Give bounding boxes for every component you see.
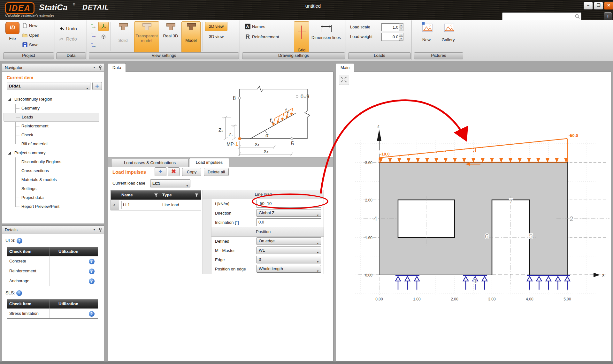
collapse-triangle-icon[interactable] <box>8 98 11 101</box>
isometric-axes-button[interactable] <box>98 22 109 31</box>
names-toggle[interactable]: A Names <box>245 24 265 29</box>
tree-item-reinforcement[interactable]: Reinforcement <box>4 122 103 131</box>
column-check-item[interactable]: Check item <box>7 300 50 308</box>
tab-load-cases-combinations[interactable]: Load cases & Combinations <box>111 159 188 167</box>
grid-toggle[interactable]: Grid <box>294 21 309 54</box>
column-utilization[interactable]: Utilization <box>56 300 84 308</box>
real-3d-button[interactable]: Real 3D <box>160 21 181 53</box>
delete-all-button[interactable]: Delete all <box>204 168 229 176</box>
solid-view-button[interactable]: Solid <box>113 21 133 53</box>
impulse-name-cell[interactable]: LL1 <box>121 201 157 209</box>
table-row[interactable]: Anchorage ? <box>7 276 98 286</box>
help-icon[interactable]: ? <box>89 311 95 317</box>
reinforcement-toggle[interactable]: R Reinforcement <box>245 33 279 40</box>
tree-item-cross-sections[interactable]: Cross-sections <box>4 166 103 175</box>
help-icon[interactable]: ? <box>16 290 22 296</box>
load-scale-stepper[interactable]: ▲▼ <box>399 23 403 31</box>
tree-item-project-summary[interactable]: Project summary <box>4 148 103 157</box>
pin-icon[interactable] <box>99 65 102 70</box>
search-input[interactable] <box>504 13 574 20</box>
tab-main[interactable]: Main <box>336 63 354 72</box>
structure-view[interactable]: x z -10.0 <box>336 72 611 361</box>
help-icon[interactable]: ? <box>89 269 95 274</box>
help-icon[interactable]: ? <box>89 278 95 284</box>
minimize-button[interactable]: – <box>584 2 593 10</box>
maximize-button[interactable]: ❐ <box>594 2 603 10</box>
2d-view-button[interactable]: 2D view <box>205 22 227 31</box>
current-item-dropdown[interactable]: DRM1▼ <box>7 82 90 90</box>
collapse-triangle-icon[interactable] <box>8 152 11 155</box>
defined-dropdown[interactable]: On edge▼ <box>257 237 321 245</box>
filter-icon[interactable] <box>195 193 198 197</box>
tree-item-materials-models[interactable]: Materials & models <box>4 175 103 184</box>
ribbon-group-project: ID File New Open Save Project <box>3 20 55 60</box>
edge-dropdown[interactable]: 3▼ <box>257 256 321 263</box>
load-weight-stepper[interactable]: ▲▼ <box>399 33 403 40</box>
tree-item-discontinuity-regions[interactable]: Discontinuity Regions <box>4 157 103 166</box>
dimension-lines-toggle[interactable]: Dimension lines <box>310 21 342 53</box>
cube-view-button[interactable] <box>98 32 109 42</box>
master-dropdown[interactable]: W1▼ <box>257 246 321 254</box>
table-row-ll1[interactable]: > LL1 Line load <box>111 200 201 210</box>
table-row[interactable]: Concrete ? <box>7 256 98 266</box>
x2-dimension-label: X₂ <box>264 148 269 154</box>
tree-item-project-data[interactable]: Project data <box>4 193 103 202</box>
open-button[interactable]: Open <box>22 33 39 38</box>
details-collapse-icon[interactable]: ▼ <box>93 226 96 234</box>
add-load-impulse-button[interactable]: + <box>155 167 166 176</box>
new-button[interactable]: New <box>22 23 37 28</box>
pin-icon[interactable] <box>99 228 102 232</box>
add-item-button[interactable]: + <box>92 82 102 90</box>
navigator-collapse-icon[interactable]: ▼ <box>93 64 96 72</box>
filter-icon[interactable] <box>154 193 158 197</box>
f-value-input[interactable]: -50 -10 <box>257 200 321 208</box>
details-header[interactable]: Details ▼ <box>2 225 104 234</box>
file-button[interactable]: ID File <box>4 22 21 53</box>
direction-dropdown[interactable]: Global Z▼ <box>257 209 321 217</box>
column-utilization[interactable]: Utilization <box>56 247 84 256</box>
tree-item-check[interactable]: Check <box>4 131 103 140</box>
undo-button[interactable]: Undo <box>59 26 77 31</box>
transparent-model-icon <box>142 23 151 30</box>
tree-item-discontinuity-region[interactable]: Discontinuity Region <box>4 95 103 104</box>
node-0-9-label: 0=9 <box>301 94 309 99</box>
copy-button[interactable]: Copy <box>182 168 201 176</box>
table-row[interactable]: Reinforcement ? <box>7 266 98 276</box>
delete-load-impulse-button[interactable]: ✖ <box>168 167 180 176</box>
hatch-load-arrows <box>273 108 293 126</box>
load-weight-label: Load weight <box>350 34 372 39</box>
column-type[interactable]: Type <box>160 191 200 200</box>
load-weight-input[interactable]: 0.0 <box>381 33 400 41</box>
navigator-header[interactable]: Navigator ▼ <box>2 63 104 72</box>
picture-new-button[interactable]: New <box>416 22 437 52</box>
axes-xy-icon <box>91 22 96 28</box>
load-scale-input[interactable]: 1.0 <box>381 23 400 31</box>
help-icon[interactable]: ? <box>89 259 95 264</box>
ribbon-group-pictures: New Gallery Pictures <box>413 20 464 60</box>
model-icon <box>186 23 196 30</box>
x-axis-label: x <box>602 272 604 277</box>
transparent-model-button[interactable]: Transparent model <box>134 21 159 53</box>
row-selector[interactable]: > <box>111 200 119 210</box>
3d-view-button[interactable]: 3D view <box>205 32 227 41</box>
column-name[interactable]: Name <box>119 191 160 200</box>
save-button[interactable]: Save <box>22 42 39 47</box>
tree-item-loads-selected[interactable]: Loads <box>4 113 99 122</box>
close-button[interactable]: ✕ <box>604 2 613 10</box>
tree-item-bill-of-material[interactable]: Bill of material <box>4 140 103 148</box>
inclination-input[interactable]: 0.0 <box>257 218 321 226</box>
current-load-case-dropdown[interactable]: LC1▼ <box>150 179 190 187</box>
column-check-item[interactable]: Check item <box>7 247 50 256</box>
tree-item-report-preview-print[interactable]: Report Preview/Print <box>4 202 103 211</box>
tree-item-settings[interactable]: Settings <box>4 184 103 193</box>
tree-item-geometry[interactable]: Geometry <box>4 104 103 113</box>
model-view-button[interactable]: Model <box>181 21 201 53</box>
help-icon[interactable]: ? <box>17 238 22 244</box>
position-on-edge-dropdown[interactable]: Whole length▼ <box>257 265 321 273</box>
table-row[interactable]: Stress limitation ? <box>7 308 98 318</box>
tab-load-impulses-active[interactable]: Load impulses <box>189 158 229 167</box>
sls-section-label: SLS: ? <box>5 290 22 296</box>
tab-data[interactable]: Data <box>108 63 126 72</box>
redo-button[interactable]: Redo <box>59 36 77 42</box>
gallery-button[interactable]: Gallery <box>438 22 459 52</box>
